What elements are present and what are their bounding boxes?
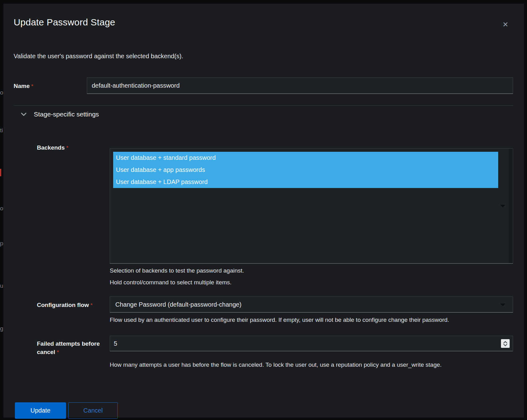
page-backdrop: o ti ot p up g ✕ Update Password Stage V… <box>0 0 527 420</box>
section-divider <box>14 105 513 106</box>
backend-option-selected[interactable]: User database + LDAP password <box>113 176 498 188</box>
background-text-fragment: o <box>0 89 3 96</box>
backend-option-selected[interactable]: User database + app passwords <box>113 164 498 176</box>
background-text-fragment: up <box>0 282 3 289</box>
stage-specific-settings-body: Backends* User database + standard passw… <box>14 148 513 369</box>
background-text-fragment: p <box>0 240 3 247</box>
configuration-flow-field-row: Configuration flow* Change Password (def… <box>37 296 513 313</box>
required-asterisk: * <box>65 145 69 151</box>
listbox-scrollbar[interactable] <box>509 149 513 263</box>
failed-attempts-help-text: How many attempts a user has before the … <box>110 361 513 369</box>
configuration-flow-select[interactable]: Change Password (default-password-change… <box>110 296 513 313</box>
failed-attempts-field-row: Failed attempts before cancel* <box>37 336 513 357</box>
required-asterisk: * <box>30 83 33 89</box>
update-password-stage-modal: ✕ Update Password Stage Validate the use… <box>3 4 524 418</box>
chevron-down-icon <box>21 113 26 116</box>
background-page-edge: o ti ot p up g <box>0 0 3 420</box>
update-button[interactable]: Update <box>15 402 66 419</box>
backends-field-row: Backends* User database + standard passw… <box>37 148 513 264</box>
backends-multiselect[interactable]: User database + standard passwordUser da… <box>110 148 513 264</box>
failed-attempts-label: Failed attempts before cancel* <box>37 336 110 357</box>
configuration-flow-label: Configuration flow* <box>37 296 110 309</box>
background-text-fragment: ti <box>0 127 3 134</box>
required-asterisk: * <box>55 349 59 355</box>
background-text-fragment: ot <box>0 205 3 212</box>
name-label: Name* <box>14 77 87 90</box>
stage-specific-settings-toggle[interactable]: Stage-specific settings <box>14 110 99 119</box>
required-asterisk: * <box>89 302 93 308</box>
cancel-button[interactable]: Cancel <box>68 402 118 419</box>
backends-help-text: Selection of backends to test the passwo… <box>110 265 513 288</box>
stepper-up-icon <box>503 341 507 343</box>
name-input[interactable] <box>87 77 513 94</box>
select-caret-icon <box>500 304 505 306</box>
name-field-row: Name* <box>14 77 513 94</box>
backend-option-selected[interactable]: User database + standard password <box>113 152 498 164</box>
number-stepper[interactable] <box>501 339 510 348</box>
stepper-down-icon <box>503 344 507 346</box>
backends-label: Backends* <box>37 143 110 152</box>
background-accent-fragment <box>0 169 1 176</box>
modal-title: Update Password Stage <box>14 16 513 28</box>
close-icon[interactable]: ✕ <box>503 21 508 28</box>
group-title: Stage-specific settings <box>34 110 99 119</box>
background-text-fragment: g <box>0 325 3 332</box>
configuration-flow-help-text: Flow used by an authenticated user to co… <box>110 316 513 324</box>
configuration-flow-selected-value: Change Password (default-password-change… <box>115 301 241 308</box>
failed-attempts-input[interactable] <box>110 336 513 351</box>
modal-description: Validate the user's password against the… <box>14 52 513 60</box>
modal-footer: Update Cancel <box>15 402 513 419</box>
select-caret-icon <box>500 205 505 208</box>
